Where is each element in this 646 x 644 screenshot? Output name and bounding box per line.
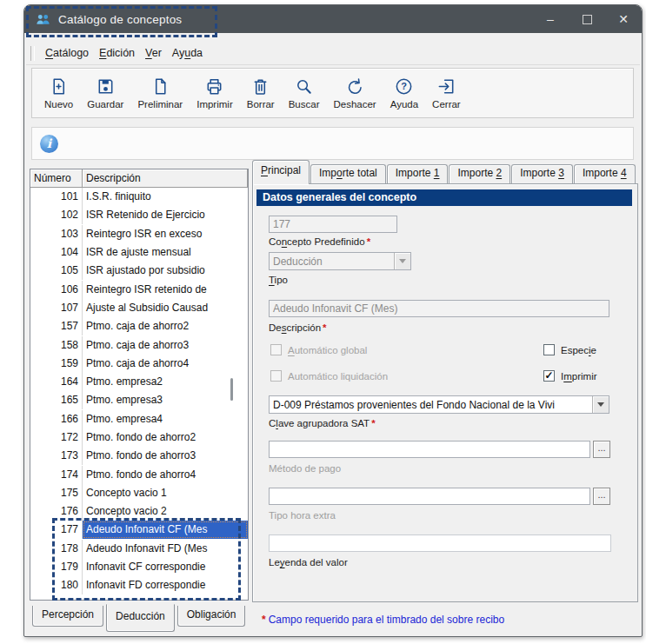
status-text: Campo requerido para el timbrado del sob… [269, 614, 504, 626]
chevron-down-icon[interactable] [394, 253, 410, 269]
table-row[interactable]: 101 I.S.R. finiquito [30, 188, 248, 206]
required-asterisk: * [262, 614, 266, 626]
especie-row: Especie [543, 344, 596, 355]
menu-item[interactable]: Catálogo [40, 45, 94, 61]
tab[interactable]: Importe 1 [387, 164, 449, 183]
new-document-icon [49, 76, 69, 96]
leyenda-field[interactable] [269, 534, 611, 552]
concepto-predefinido-field[interactable]: 177 [269, 216, 397, 233]
table-row[interactable]: 180 Infonavit FD correspondie [30, 576, 248, 594]
toolbar-button-cerrar[interactable]: Cerrar [425, 74, 468, 112]
table-row[interactable]: 106 Reintegro ISR retenido de [30, 280, 248, 298]
toolbar-button-imprimir[interactable]: Imprimir [190, 74, 240, 112]
category-tab[interactable]: Deducción [106, 604, 175, 632]
search-icon [294, 76, 314, 96]
table-row[interactable]: 157 Ptmo. caja de ahorro2 [30, 317, 248, 335]
status-note: *Campo requerido para el timbrado del so… [260, 614, 634, 626]
table-row[interactable]: 176 Concepto vacio 2 [30, 502, 248, 521]
table-row[interactable]: 105 ISR ajustado por subsidio [30, 262, 248, 280]
table-row[interactable]: 173 Ptmo. fondo de ahorro3 [30, 447, 248, 465]
menu-item[interactable]: Ver [140, 45, 167, 61]
table-row[interactable]: 103 Reintegro ISR en exceso [30, 225, 248, 243]
undo-icon [345, 76, 365, 96]
table-row[interactable]: 174 Ptmo. fondo de ahorro4 [30, 465, 248, 483]
automatico-liquidacion-checkbox[interactable] [270, 370, 282, 382]
toolbar-button-deshacer[interactable]: Deshacer [326, 74, 383, 112]
leyenda-label: Leyenda del valor [269, 557, 348, 568]
required-asterisk: * [367, 236, 370, 247]
metodo-pago-label: Método de pago [269, 463, 341, 474]
menu-item[interactable]: Ayuda [167, 45, 208, 61]
chevron-down-icon[interactable] [592, 396, 609, 413]
tab-strip: Principal Importe total Importe 1 Import… [252, 164, 638, 183]
table-row[interactable]: 164 Ptmo. empresa2 [30, 373, 248, 391]
automatico-liquidacion-label: Automático liquidación [288, 371, 388, 382]
tab[interactable]: Importe total [310, 164, 386, 183]
table-row[interactable]: 179 Infonavit CF correspondie [30, 558, 248, 576]
printer-icon [204, 76, 224, 96]
window-controls: – ✕ [532, 5, 642, 33]
toolbar-button-ayuda[interactable]: ? Ayuda [383, 74, 425, 112]
check-icon: ✓ [544, 371, 553, 381]
column-header-descripcion[interactable]: Descripción [83, 169, 248, 188]
save-icon [96, 76, 116, 96]
tipo-hora-extra-field[interactable] [269, 488, 590, 505]
table-row[interactable]: 178 Adeudo Infonavit FD (Mes [30, 540, 248, 558]
column-header-numero[interactable]: Número [30, 169, 83, 188]
metodo-pago-browse-button[interactable]: ... [593, 441, 610, 458]
toolbar-button-buscar[interactable]: Buscar [282, 74, 327, 112]
tab[interactable]: Importe 4 [574, 164, 636, 183]
maximize-icon [583, 15, 592, 24]
required-asterisk: * [371, 418, 375, 428]
minimize-button[interactable]: – [532, 5, 569, 33]
table-row[interactable]: 102 ISR Retenido de Ejercicio [30, 206, 248, 224]
concepto-predefinido-label: Concepto Predefinido* [269, 236, 370, 247]
toolbar-button-preliminar[interactable]: Preliminar [130, 74, 190, 112]
info-icon[interactable]: i [40, 135, 58, 153]
tipo-hora-extra-browse-button[interactable]: ... [593, 488, 610, 505]
table-row[interactable]: 104 ISR de ajuste mensual [30, 243, 248, 262]
table-row[interactable]: 159 Ptmo. caja de ahorro4 [30, 355, 248, 373]
preview-document-icon [150, 76, 170, 96]
clave-sat-combo[interactable]: D-009 Préstamos provenientes del Fondo N… [269, 395, 609, 414]
tipo-combo[interactable]: Deducción [269, 252, 411, 270]
list-scrollbar-thumb[interactable] [230, 378, 233, 401]
table-row[interactable]: 177 Adeudo Infonavit CF (Mes [30, 521, 248, 539]
table-row[interactable]: 165 Ptmo. empresa3 [30, 391, 248, 409]
metodo-pago-field[interactable] [269, 441, 590, 458]
toolbar-button-nuevo[interactable]: Nuevo [37, 74, 80, 112]
table-row[interactable]: 107 Ajuste al Subsidio Causad [30, 299, 248, 317]
table-row[interactable]: 172 Ptmo. fondo de ahorro2 [30, 428, 248, 447]
tab[interactable]: Principal [252, 160, 310, 184]
toolbar: Nuevo Guardar Preliminar [31, 68, 634, 118]
app-people-icon [35, 11, 51, 28]
toolbar-button-borrar[interactable]: Borrar [240, 74, 282, 112]
especie-label: Especie [561, 345, 596, 355]
descripcion-field[interactable]: Adeudo Infonavit CF (Mes) [269, 300, 609, 317]
tab[interactable]: Importe 3 [511, 164, 573, 183]
table-row[interactable]: 166 Ptmo. empresa4 [30, 410, 248, 428]
toolbar-button-guardar[interactable]: Guardar [80, 74, 130, 112]
automatico-global-row: Automático global [270, 344, 367, 355]
concept-list: Número Descripción 101 I.S.R. finiquito … [30, 169, 249, 601]
menu-bar: Catálogo Edición Ver Ayuda [26, 42, 640, 65]
clave-sat-label: Clave agrupadora SAT* [269, 418, 376, 428]
imprimir-row: ✓ Imprimir [543, 370, 597, 382]
automatico-global-checkbox[interactable] [270, 344, 282, 355]
close-button[interactable]: ✕ [605, 5, 642, 33]
trash-icon [250, 76, 270, 96]
automatico-liquidacion-row: Automático liquidación [270, 370, 388, 382]
imprimir-checkbox[interactable]: ✓ [543, 370, 555, 382]
table-row[interactable]: 175 Concepto vacio 1 [30, 484, 248, 502]
especie-checkbox[interactable] [543, 344, 555, 355]
tipo-hora-extra-label: Tipo hora extra [269, 510, 336, 521]
category-tab[interactable]: Obligación [177, 606, 246, 627]
tab[interactable]: Importe 2 [449, 164, 510, 183]
maximize-button[interactable] [569, 5, 605, 33]
list-header: Número Descripción [30, 169, 248, 188]
table-row[interactable]: 158 Ptmo. caja de ahorro3 [30, 335, 248, 354]
menu-item[interactable]: Edición [94, 45, 140, 61]
category-tab[interactable]: Percepción [32, 606, 103, 627]
info-bar: i [31, 127, 634, 160]
exit-icon [436, 76, 456, 96]
